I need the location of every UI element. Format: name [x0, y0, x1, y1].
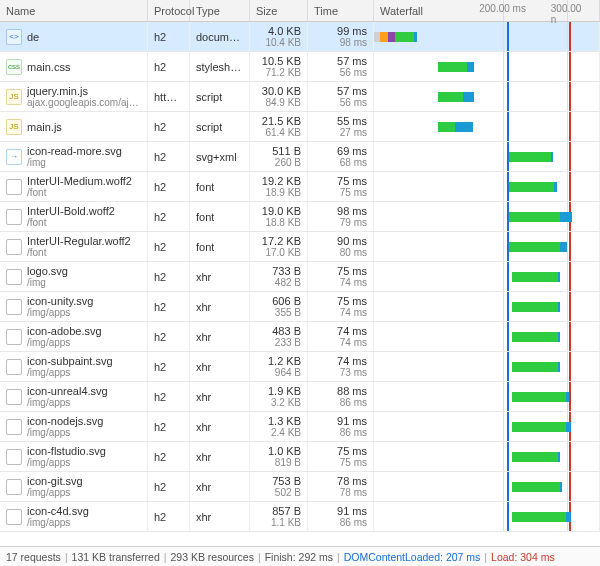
time-value: 57 ms [337, 85, 367, 97]
size-raw: 819 B [268, 457, 301, 469]
type-value: script [196, 91, 222, 103]
size-value: 10.5 KB [262, 55, 301, 67]
request-path: /img/apps [27, 367, 113, 379]
timing-bar [512, 512, 571, 522]
request-path: /img/apps [27, 397, 108, 409]
waterfall-cell [374, 352, 600, 381]
col-time[interactable]: Time [308, 0, 374, 21]
status-load: Load: 304 ms [491, 551, 555, 563]
time-value: 75 ms [337, 295, 367, 307]
type-value: font [196, 181, 214, 193]
time-latency: 80 ms [337, 247, 367, 259]
table-row[interactable]: icon-adobe.svg/img/appsh2xhr483 B233 B74… [0, 322, 600, 352]
table-row[interactable]: <>deh2document4.0 KB10.4 KB99 ms98 ms [0, 22, 600, 52]
time-value: 74 ms [337, 355, 367, 367]
table-row[interactable]: InterUI-Bold.woff2/fonth2font19.0 KB18.8… [0, 202, 600, 232]
request-list: <>deh2document4.0 KB10.4 KB99 ms98 mscss… [0, 22, 600, 546]
time-latency: 68 ms [337, 157, 367, 169]
waterfall-cell [374, 142, 600, 171]
time-value: 91 ms [337, 415, 367, 427]
size-raw: 355 B [272, 307, 301, 319]
request-path: /font [27, 187, 132, 199]
table-row[interactable]: icon-c4d.svg/img/appsh2xhr857 B1.1 KB91 … [0, 502, 600, 532]
file-type-icon [6, 179, 22, 195]
protocol-value: h2 [154, 511, 166, 523]
request-path: /img/apps [27, 457, 106, 469]
type-value: xhr [196, 391, 211, 403]
type-value: stylesheet [196, 61, 243, 73]
time-latency: 86 ms [337, 397, 367, 409]
size-raw: 1.1 KB [271, 517, 301, 529]
timing-bar [512, 482, 562, 492]
table-row[interactable]: icon-nodejs.svg/img/appsh2xhr1.3 KB2.4 K… [0, 412, 600, 442]
table-row[interactable]: cssmain.cssh2stylesheet10.5 KB71.2 KB57 … [0, 52, 600, 82]
status-finish: Finish: 292 ms [265, 551, 333, 563]
time-latency: 75 ms [337, 187, 367, 199]
type-value: xhr [196, 271, 211, 283]
waterfall-cell [374, 472, 600, 501]
timing-bar [512, 422, 571, 432]
table-row[interactable]: InterUI-Regular.woff2/fonth2font17.2 KB1… [0, 232, 600, 262]
request-name: InterUI-Medium.woff2 [27, 175, 132, 187]
request-path: /img/apps [27, 307, 93, 319]
col-name[interactable]: Name [0, 0, 148, 21]
request-name: jquery.min.js [27, 85, 141, 97]
status-requests: 17 requests [6, 551, 61, 563]
size-value: 19.2 KB [262, 175, 301, 187]
file-type-icon: css [6, 59, 22, 75]
time-value: 55 ms [337, 115, 367, 127]
file-type-icon [6, 389, 22, 405]
time-latency: 98 ms [337, 37, 367, 49]
protocol-value: h2 [154, 31, 166, 43]
table-row[interactable]: icon-flstudio.svg/img/appsh2xhr1.0 KB819… [0, 442, 600, 472]
size-raw: 18.8 KB [262, 217, 301, 229]
time-latency: 27 ms [337, 127, 367, 139]
col-size[interactable]: Size [250, 0, 308, 21]
type-value: font [196, 241, 214, 253]
table-row[interactable]: icon-unity.svg/img/appsh2xhr606 B355 B75… [0, 292, 600, 322]
request-name: InterUI-Bold.woff2 [27, 205, 115, 217]
protocol-value: h2 [154, 481, 166, 493]
type-value: document [196, 31, 243, 43]
type-value: xhr [196, 511, 211, 523]
timing-bar [512, 272, 560, 282]
time-value: 88 ms [337, 385, 367, 397]
table-row[interactable]: JSmain.jsh2script21.5 KB61.4 KB55 ms27 m… [0, 112, 600, 142]
time-value: 75 ms [337, 265, 367, 277]
request-name: icon-adobe.svg [27, 325, 102, 337]
request-name: de [27, 31, 39, 43]
table-row[interactable]: icon-git.svg/img/appsh2xhr753 B502 B78 m… [0, 472, 600, 502]
request-name: icon-flstudio.svg [27, 445, 106, 457]
timing-bar [509, 182, 557, 192]
waterfall-cell [374, 292, 600, 321]
time-latency: 74 ms [337, 277, 367, 289]
file-type-icon [6, 449, 22, 465]
table-row[interactable]: logo.svg/imgh2xhr733 B482 B75 ms74 ms [0, 262, 600, 292]
type-value: xhr [196, 361, 211, 373]
table-row[interactable]: →icon-read-more.svg/imgh2svg+xml511 B260… [0, 142, 600, 172]
size-value: 1.2 KB [268, 355, 301, 367]
size-value: 1.0 KB [268, 445, 301, 457]
time-value: 75 ms [337, 175, 367, 187]
timing-bar [438, 62, 475, 72]
col-protocol[interactable]: Protocol [148, 0, 190, 21]
timing-bar [509, 152, 553, 162]
table-row[interactable]: icon-unreal4.svg/img/appsh2xhr1.9 KB3.2 … [0, 382, 600, 412]
protocol-value: h2 [154, 301, 166, 313]
size-value: 511 B [272, 145, 301, 157]
table-row[interactable]: InterUI-Medium.woff2/fonth2font19.2 KB18… [0, 172, 600, 202]
type-value: xhr [196, 421, 211, 433]
waterfall-cell [374, 82, 600, 111]
size-raw: 84.9 KB [262, 97, 301, 109]
col-waterfall[interactable]: Waterfall200.00 ms300.00 n [374, 0, 600, 21]
waterfall-cell [374, 502, 600, 531]
type-value: script [196, 121, 222, 133]
waterfall-cell [374, 442, 600, 471]
request-name: main.css [27, 61, 70, 73]
size-value: 19.0 KB [262, 205, 301, 217]
col-type[interactable]: Type [190, 0, 250, 21]
table-row[interactable]: icon-subpaint.svg/img/appsh2xhr1.2 KB964… [0, 352, 600, 382]
time-latency: 73 ms [337, 367, 367, 379]
timing-bar [509, 212, 572, 222]
table-row[interactable]: JSjquery.min.jsajax.googleapis.com/ajax/… [0, 82, 600, 112]
